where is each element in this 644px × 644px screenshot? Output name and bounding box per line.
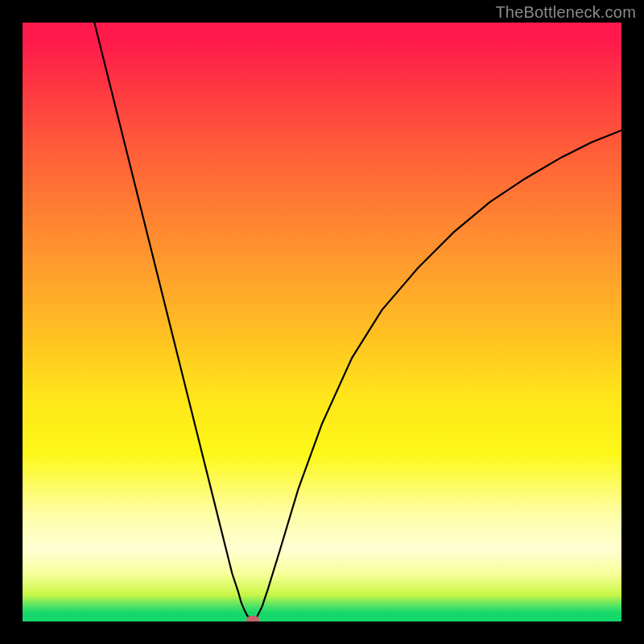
chart-plot-area [23, 23, 621, 621]
chart-curve [23, 23, 621, 621]
watermark-text: TheBottleneck.com [495, 3, 636, 22]
chart-frame: TheBottleneck.com [0, 0, 644, 644]
chart-curve-path [94, 23, 621, 618]
chart-optimal-marker [246, 616, 259, 621]
